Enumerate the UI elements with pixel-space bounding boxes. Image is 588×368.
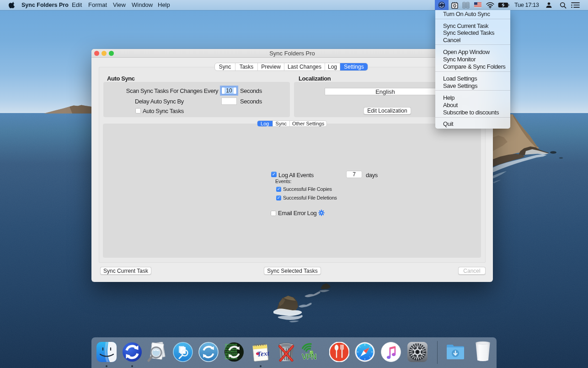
svg-text:VPN: VPN [302, 352, 316, 361]
svg-text:Text: Text [257, 349, 270, 357]
